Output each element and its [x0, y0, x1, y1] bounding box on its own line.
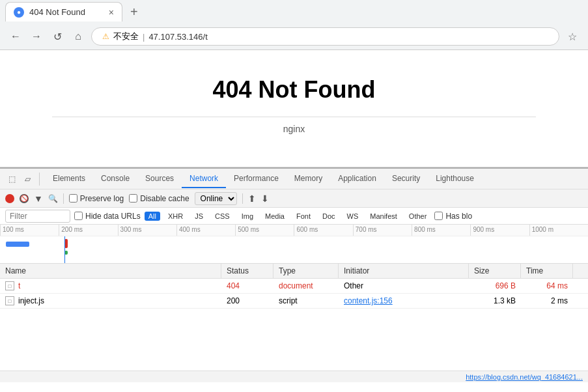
timeline-bar-blue: [6, 242, 29, 247]
filter-img-button[interactable]: Img: [238, 212, 257, 221]
cell-size-696: 696 B: [469, 279, 521, 293]
network-table: Name Status Type Initiator Size Time □ t…: [0, 264, 588, 371]
hide-data-urls-checkbox[interactable]: [74, 212, 83, 220]
cell-type-document: document: [273, 279, 339, 293]
tick-2: 300 ms: [118, 225, 176, 236]
filter-js-button[interactable]: JS: [191, 212, 207, 221]
home-button[interactable]: ⌂: [70, 29, 86, 44]
cell-type-script: script: [273, 294, 339, 308]
filter-font-button[interactable]: Font: [292, 212, 315, 221]
timeline-vline: [64, 236, 65, 264]
tick-4: 500 ms: [235, 225, 294, 236]
status-bar: https://blog.csdn.net/wq_41684621...: [0, 371, 588, 382]
export-har-icon[interactable]: ⬇: [261, 193, 269, 204]
toolbar-separator: [63, 193, 64, 204]
hide-data-urls-label[interactable]: Hide data URLs: [74, 212, 141, 221]
cell-time-64ms: 64 ms: [521, 279, 573, 293]
tab-sources[interactable]: Sources: [137, 170, 182, 188]
filter-xhr-button[interactable]: XHR: [164, 212, 187, 221]
status-bar-url: https://blog.csdn.net/wq_41684621...: [466, 373, 583, 381]
file-icon-2: □: [5, 296, 14, 305]
cell-initiator-content[interactable]: content.js:156: [339, 294, 469, 308]
filter-input[interactable]: [5, 210, 70, 223]
preserve-log-label[interactable]: Preserve log: [69, 194, 124, 203]
throttle-select[interactable]: Online: [195, 192, 237, 205]
cell-name-inject: □ inject.js: [0, 294, 221, 308]
file-icon: □: [5, 281, 14, 290]
tab-network[interactable]: Network: [182, 170, 226, 188]
cell-initiator-other: Other: [339, 279, 469, 293]
address-url: 47.107.53.146/t: [148, 32, 207, 42]
new-tab-button[interactable]: +: [125, 5, 143, 20]
browser-chrome: ● 404 Not Found × + ← → ↺ ⌂ ⚠ 不安全 | 47.1…: [0, 0, 588, 50]
back-button[interactable]: ←: [8, 29, 23, 44]
filter-ws-button[interactable]: WS: [343, 212, 363, 221]
tab-performance[interactable]: Performance: [226, 170, 287, 188]
page-divider: [52, 117, 536, 117]
tick-3: 400 ms: [176, 225, 235, 236]
header-size: Size: [469, 264, 521, 278]
page-title: 404 Not Found: [13, 76, 575, 104]
import-har-icon[interactable]: ⬆: [248, 193, 256, 204]
address-bar[interactable]: ⚠ 不安全 | 47.107.53.146/t: [91, 27, 559, 46]
timeline-bar-area: [0, 236, 588, 264]
tab-memory[interactable]: Memory: [287, 170, 330, 188]
cell-time-2ms: 2 ms: [521, 294, 573, 308]
reload-button[interactable]: ↺: [49, 29, 65, 44]
initiator-link[interactable]: content.js:156: [344, 296, 393, 305]
filter-bar: Hide data URLs All XHR JS CSS Img Media …: [0, 208, 588, 225]
filter-manifest-button[interactable]: Manifest: [366, 212, 401, 221]
forward-button[interactable]: →: [29, 29, 44, 44]
header-time: Time: [521, 264, 573, 278]
filter-media-button[interactable]: Media: [261, 212, 288, 221]
disable-cache-checkbox[interactable]: [129, 194, 137, 203]
tick-7: 800 ms: [412, 225, 470, 236]
filter-css-button[interactable]: CSS: [211, 212, 234, 221]
clear-button[interactable]: 🚫: [20, 194, 29, 203]
tab-console[interactable]: Console: [93, 170, 137, 188]
tick-0: 100 ms: [0, 225, 59, 236]
network-table-header: Name Status Type Initiator Size Time: [0, 264, 588, 279]
disable-cache-label[interactable]: Disable cache: [129, 194, 189, 203]
filter-all-button[interactable]: All: [145, 212, 160, 221]
table-row[interactable]: □ t 404 document Other 696 B 64 ms: [0, 279, 588, 294]
cell-size-1kb: 1.3 kB: [469, 294, 521, 308]
table-row[interactable]: □ inject.js 200 script content.js:156 1.…: [0, 294, 588, 309]
filter-other-button[interactable]: Other: [405, 212, 431, 221]
tab-application[interactable]: Application: [330, 170, 384, 188]
filter-icon[interactable]: ▼: [34, 193, 43, 204]
tab-close-button[interactable]: ×: [109, 7, 114, 18]
tab-favicon: ●: [14, 7, 24, 18]
device-icon[interactable]: ▱: [21, 173, 34, 186]
tick-5: 600 ms: [294, 225, 352, 236]
preserve-log-checkbox[interactable]: [69, 194, 77, 203]
network-toolbar: 🚫 ▼ 🔍 Preserve log Disable cache Online …: [0, 189, 588, 208]
devtools-tab-bar: ⬚ ▱ Elements Console Sources Network Per…: [0, 169, 588, 189]
bookmark-button[interactable]: ☆: [565, 29, 580, 44]
timeline-area: 100 ms 200 ms 300 ms 400 ms 500 ms 600 m…: [0, 225, 588, 264]
header-type: Type: [273, 264, 339, 278]
tick-9: 1000 m: [529, 225, 588, 236]
has-blocked-checkbox[interactable]: [434, 212, 443, 220]
security-warning-text: 不安全: [113, 31, 139, 42]
toolbar-separator-2: [242, 193, 243, 204]
cell-status-200: 200: [221, 294, 273, 308]
tab-title: 404 Not Found: [29, 7, 85, 17]
has-blocked-label[interactable]: Has blo: [434, 212, 472, 221]
filename-t: t: [18, 281, 20, 290]
address-separator: |: [143, 32, 145, 42]
header-name: Name: [0, 264, 221, 278]
tab-security[interactable]: Security: [384, 170, 428, 188]
cell-name-t: □ t: [0, 279, 221, 293]
active-tab[interactable]: ● 404 Not Found ×: [5, 2, 122, 21]
inspect-icon[interactable]: ⬚: [5, 173, 18, 186]
address-bar-row: ← → ↺ ⌂ ⚠ 不安全 | 47.107.53.146/t ☆: [0, 23, 588, 49]
filter-doc-button[interactable]: Doc: [318, 212, 339, 221]
tab-bar: ● 404 Not Found × +: [0, 0, 588, 23]
record-button[interactable]: [5, 194, 14, 203]
header-status: Status: [221, 264, 273, 278]
server-label: nginx: [13, 124, 575, 134]
tab-lighthouse[interactable]: Lighthouse: [428, 170, 482, 188]
search-icon[interactable]: 🔍: [48, 194, 58, 203]
tab-elements[interactable]: Elements: [45, 170, 93, 188]
